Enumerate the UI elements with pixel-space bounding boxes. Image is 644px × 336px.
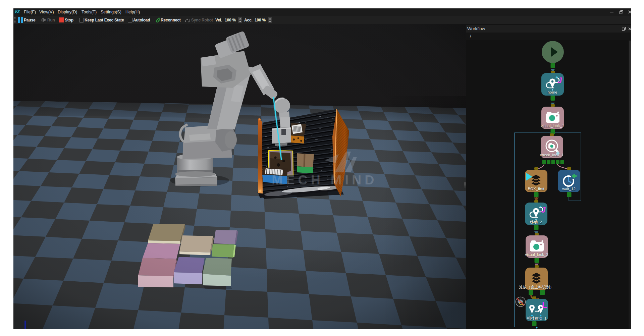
svg-text:J: J [541,205,546,214]
svg-text:L: L [542,300,547,310]
svg-text:J: J [557,76,562,85]
